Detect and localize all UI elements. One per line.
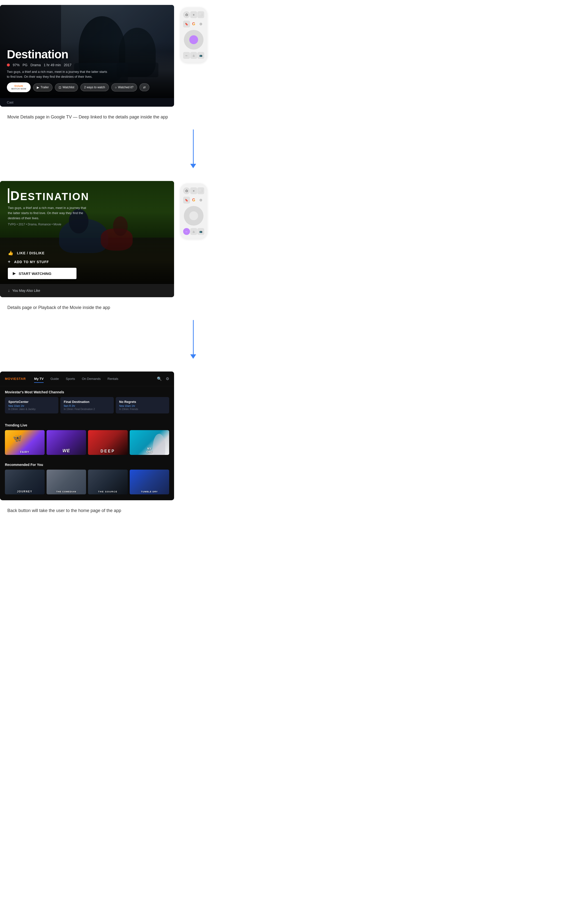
settings-icon[interactable]: ⚙ (166, 376, 169, 381)
ways-to-watch-button[interactable]: 2 ways to watch (81, 83, 109, 91)
remote2-dpad-center[interactable] (189, 211, 198, 220)
watchlist-button[interactable]: ⊡ Watchlist (55, 83, 78, 91)
remote2-back-button[interactable]: ← (183, 228, 190, 235)
remote2-home[interactable]: ⌂ (190, 228, 197, 235)
remote2-mid-row: 🔖 G ⚙ (183, 197, 204, 203)
caption-1-text: Movie Details page in Google TV — Deep l… (7, 114, 168, 119)
remote2-bookmark[interactable]: 🔖 (183, 197, 190, 203)
nav-item-sports[interactable]: Sports (62, 375, 79, 383)
rating-score: 97% (13, 63, 20, 67)
hero-content: Destination 97% PG Drama 1 hr 49 min 201… (0, 42, 174, 98)
movie-meta: 97% PG Drama 1 hr 49 min 2017 (7, 63, 167, 67)
play-icon-start: ▶ (13, 271, 16, 276)
dpad-center[interactable] (189, 35, 198, 44)
nav-item-mytv[interactable]: My TV (31, 375, 47, 383)
thumb-label-1: We (46, 448, 86, 454)
remote2-google[interactable]: G (190, 197, 197, 203)
remote2-nav-row: ← ⌂ 📺 (183, 228, 204, 235)
remote2-menu[interactable]: ≡ (190, 187, 197, 194)
settings-button[interactable]: ⚙ (198, 21, 204, 28)
trending-thumb-1[interactable]: We (46, 430, 86, 455)
cast-label: Cast (7, 101, 13, 104)
arrow-2-container (0, 318, 216, 366)
ms-logo: MOVIESTAR (5, 377, 26, 381)
rec-thumb-2[interactable]: THE SOURCE (88, 470, 128, 494)
channel-badge-2: New 10am 1hr (119, 404, 166, 407)
nav-mytv-label: My TV (34, 377, 43, 381)
dpad[interactable] (184, 30, 204, 50)
watched-it-button[interactable]: ○ Watched it? (111, 83, 137, 91)
duration: 1 hr 49 min (44, 63, 61, 67)
googletv-panel: Destination 97% PG Drama 1 hr 49 min 201… (0, 5, 174, 107)
channel-name-1: Final Destination (64, 400, 110, 404)
nav-item-guide[interactable]: Guide (47, 375, 63, 383)
action-bar: tivium WATCH NOW ▶ Trailer ⊡ Watchlist (7, 82, 167, 92)
remote2-tv[interactable]: ⬜ (198, 187, 204, 194)
most-watched-section: Moviestar's Most Watched Channels Sports… (0, 386, 174, 419)
caption-3: Back button will take the user to the ho… (0, 505, 216, 521)
rec-thumb-3[interactable]: TUMBLE DRY (130, 470, 170, 494)
remote2-settings[interactable]: ⚙ (198, 197, 204, 203)
remote2-top-row: ⏻ ≡ ⬜ (183, 187, 204, 194)
section3-content: MOVIESTAR My TV Guide Sports On Demands … (0, 371, 174, 500)
channel-card-2[interactable]: No Regrets New 10am 1hr In 19min: Friend… (116, 397, 169, 413)
caption-2: Details page or Playback of the Movie in… (0, 302, 216, 318)
rec-label-0: JOURNEY (5, 490, 44, 493)
arrow-1-container (0, 127, 216, 176)
nav-item-rentals[interactable]: Rentals (104, 375, 122, 383)
arrow-head-1 (190, 164, 196, 168)
rating: PG (23, 63, 28, 67)
watched-label: Watched it? (118, 86, 133, 89)
thumb-label-0: Fairy (5, 450, 44, 454)
rating-dot (7, 64, 10, 66)
share-button[interactable]: ⇄ (140, 83, 149, 91)
caption-2-text: Details page or Playback of the Movie in… (7, 305, 110, 310)
nav-item-ondemands[interactable]: On Demands (79, 375, 104, 383)
remote-nav-row: ← ⌂ 📺 (183, 52, 204, 59)
channel-card-0[interactable]: SportsCenter New 10am 1hr In 19min: Jale… (5, 397, 58, 413)
remote2-apps[interactable]: 📺 (198, 228, 204, 235)
like-dislike-button[interactable]: 👍 LIKE / DISLIKE (8, 250, 166, 256)
section1-content: Destination 97% PG Drama 1 hr 49 min 201… (0, 5, 174, 107)
nav-ondemands-label: On Demands (82, 377, 101, 381)
channel-card-1[interactable]: Final Destination 9am R 2hr In 19min: Fi… (60, 397, 114, 413)
power-button[interactable]: ⏻ (183, 11, 190, 18)
you-may-also-bar[interactable]: ↓ You May Also Like (0, 284, 174, 297)
share-icon: ⇄ (143, 86, 146, 89)
menu-button[interactable]: ≡ (190, 11, 197, 18)
app-title-container: D ESTINATION (8, 188, 166, 203)
nav-sports-label: Sports (66, 377, 75, 381)
thumb-label-2: DEEP (88, 449, 128, 454)
apps-button-remote[interactable]: 📺 (198, 52, 204, 59)
bookmark-button[interactable]: 🔖 (183, 21, 190, 28)
recommended-section: Recommended For You JOURNEY (0, 459, 174, 500)
like-dislike-label: LIKE / DISLIKE (17, 251, 44, 255)
remote2-dpad[interactable] (184, 206, 204, 226)
back-button-remote[interactable]: ← (183, 52, 190, 59)
add-to-stuff-button[interactable]: + ADD TO MY STUFF (8, 259, 166, 264)
tivium-sub: WATCH NOW (11, 87, 26, 90)
trending-thumb-2[interactable]: DEEP (88, 430, 128, 455)
rec-thumb-1[interactable]: THE COMEDIAN (46, 470, 86, 494)
rec-thumb-0[interactable]: JOURNEY (5, 470, 44, 494)
channel-badge-0: New 10am 1hr (8, 404, 55, 407)
play-icon: ▶ (37, 86, 39, 89)
trending-thumb-3[interactable]: MYONE (130, 430, 170, 455)
search-icon[interactable]: 🔍 (157, 376, 162, 381)
you-may-also-label: You May Also Like (12, 289, 40, 292)
remote-top-row: ⏻ ≡ ⬜ (183, 11, 204, 18)
channel-time-1: In 19min: Final Destination 2 (64, 408, 110, 411)
trending-thumb-0[interactable]: 🦋 Fairy (5, 430, 44, 455)
trailer-button[interactable]: ▶ Trailer (33, 83, 53, 91)
channels-grid: SportsCenter New 10am 1hr In 19min: Jale… (5, 397, 169, 413)
nav-guide-label: Guide (51, 377, 59, 381)
circle-icon: ○ (115, 86, 117, 89)
google-assistant-button[interactable]: G (190, 21, 197, 28)
start-watching-button[interactable]: ▶ START WATCHING (8, 268, 76, 279)
tv-button[interactable]: ⬜ (198, 11, 204, 18)
remote2-power[interactable]: ⏻ (183, 187, 190, 194)
home-button-remote[interactable]: ⌂ (190, 52, 197, 59)
app-hero: D ESTINATION Two guys, a thief and a ric… (0, 181, 174, 284)
side-panel-1: ⏻ ≡ ⬜ 🔖 G ⚙ ← ⌂ 📺 (174, 5, 213, 63)
tivium-button[interactable]: tivium WATCH NOW (7, 82, 31, 92)
